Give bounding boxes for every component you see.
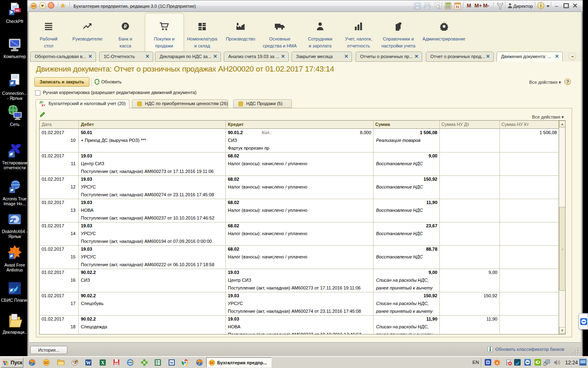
svg-text:X: X [101, 360, 105, 366]
svg-text:31: 31 [455, 5, 459, 9]
svg-text:ML: ML [16, 9, 20, 12]
svg-text:W: W [170, 361, 174, 365]
svg-text:₽: ₽ [124, 24, 127, 29]
svg-text:W: W [86, 360, 91, 366]
svg-text:1С: 1С [44, 361, 49, 365]
svg-text:1С: 1С [210, 361, 214, 365]
